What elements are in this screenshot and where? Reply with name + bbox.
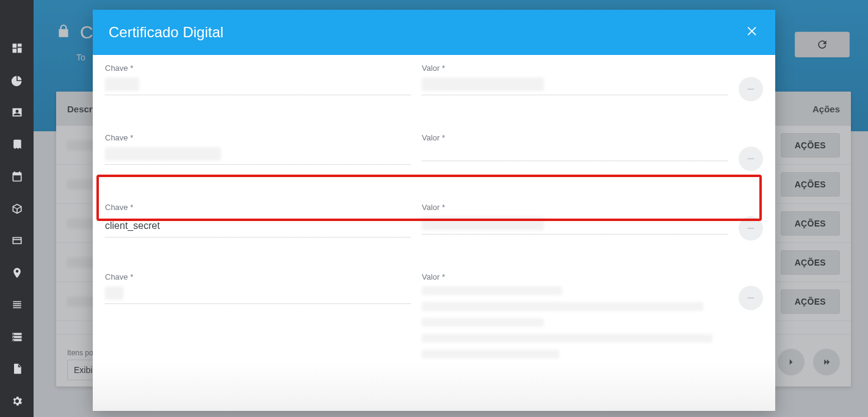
modal-certificado-digital: Certificado Digital Chave * Valor * Chav… [93, 10, 775, 411]
file-icon[interactable] [0, 353, 34, 385]
remove-row-button[interactable] [739, 216, 763, 241]
chave-label: Chave * [105, 272, 411, 281]
modal-header: Certificado Digital [93, 10, 775, 55]
pin-icon[interactable] [0, 256, 34, 289]
book-icon[interactable] [0, 128, 34, 161]
chave-label: Chave * [105, 133, 411, 142]
kv-row: Chave * Valor * [100, 125, 768, 176]
kv-row-client-secret: Chave * Valor * [100, 194, 768, 245]
remove-row-button[interactable] [739, 147, 763, 171]
pie-icon[interactable] [0, 64, 34, 96]
kv-row: Chave * Valor * [100, 55, 768, 106]
remove-row-button[interactable] [739, 77, 763, 101]
close-icon[interactable] [746, 24, 759, 40]
storage-icon[interactable] [0, 321, 34, 353]
chave-label: Chave * [105, 63, 411, 73]
valor-label: Valor * [422, 63, 728, 73]
kv-row: Chave * Valor * [100, 264, 768, 368]
valor-label: Valor * [422, 203, 728, 212]
account-icon[interactable] [0, 96, 34, 129]
modal-title: Certificado Digital [109, 24, 223, 41]
dashboard-icon[interactable] [0, 32, 34, 65]
modal-body: Chave * Valor * Chave * Valor * [93, 55, 775, 411]
remove-row-button[interactable] [739, 286, 763, 310]
calendar-icon[interactable] [0, 161, 34, 193]
settings-icon[interactable] [0, 385, 34, 417]
cube-icon[interactable] [0, 192, 34, 225]
valor-label: Valor * [422, 272, 728, 281]
chave-input[interactable] [105, 217, 411, 238]
chave-label: Chave * [105, 203, 411, 212]
sidebar [0, 0, 34, 417]
valor-label: Valor * [422, 133, 728, 142]
payment-icon[interactable] [0, 225, 34, 257]
list-icon[interactable] [0, 289, 34, 321]
valor-multiline [422, 286, 728, 363]
